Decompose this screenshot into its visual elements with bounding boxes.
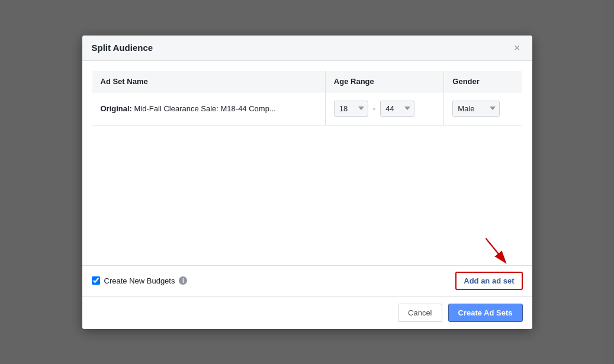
column-header-gender: Gender xyxy=(444,70,522,92)
modal-header: Split Audience × xyxy=(82,36,532,61)
modal-overlay: Split Audience × Ad Set Name Age Range G… xyxy=(0,0,614,364)
age-range-separator: - xyxy=(373,104,375,113)
info-icon: i xyxy=(179,276,187,285)
ad-set-name-cell: Original: Mid-Fall Clearance Sale: M18-4… xyxy=(92,92,325,125)
cancel-button[interactable]: Cancel xyxy=(398,304,442,322)
add-ad-set-button[interactable]: Add an ad set xyxy=(455,272,522,290)
create-ad-sets-button[interactable]: Create Ad Sets xyxy=(448,304,523,322)
original-label: Original: xyxy=(101,104,132,113)
empty-rows-area xyxy=(92,125,522,255)
gender-cell: All Male Female xyxy=(444,92,522,125)
table-row: Original: Mid-Fall Clearance Sale: M18-4… xyxy=(92,92,522,125)
ad-sets-table: Ad Set Name Age Range Gender Original: M… xyxy=(92,70,523,256)
split-audience-modal: Split Audience × Ad Set Name Age Range G… xyxy=(82,36,532,329)
age-max-select[interactable]: 18 21 25 35 44 55 65 xyxy=(380,101,414,117)
modal-footer-top: Create New Budgets i Add an ad set xyxy=(82,265,532,296)
create-new-budgets-text: Create New Budgets xyxy=(104,276,175,285)
age-range-cell: 13 18 21 25 35 44 55 65 - xyxy=(325,92,443,125)
age-min-select[interactable]: 13 18 21 25 35 44 55 65 xyxy=(334,101,368,117)
column-header-age-range: Age Range xyxy=(325,70,443,92)
ad-set-name-text: Mid-Fall Clearance Sale: M18-44 Comp... xyxy=(132,104,276,113)
close-button[interactable]: × xyxy=(512,43,523,53)
modal-body: Ad Set Name Age Range Gender Original: M… xyxy=(82,61,532,265)
create-new-budgets-label[interactable]: Create New Budgets i xyxy=(92,276,188,285)
create-new-budgets-checkbox[interactable] xyxy=(92,276,100,285)
column-header-ad-set-name: Ad Set Name xyxy=(92,70,325,92)
arrow-container: Add an ad set xyxy=(455,272,522,290)
gender-select[interactable]: All Male Female xyxy=(452,101,500,117)
modal-footer-bottom: Cancel Create Ad Sets xyxy=(82,296,532,329)
modal-title: Split Audience xyxy=(92,43,153,53)
